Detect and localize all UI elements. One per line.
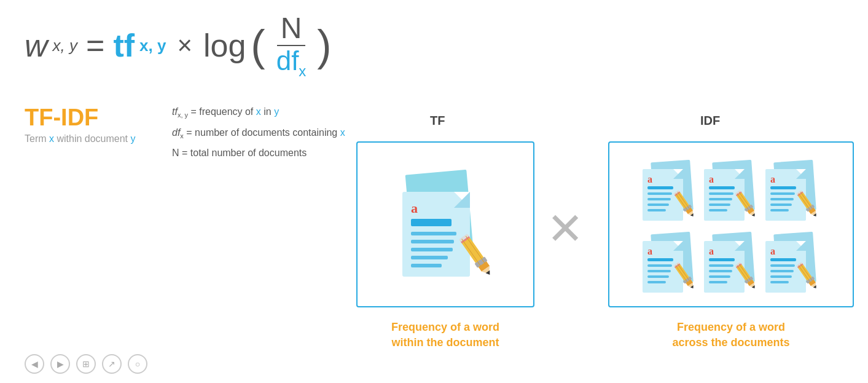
formula-w-sub: x, y <box>53 36 77 55</box>
def-line-1: tfx, y = frequency of x in y <box>172 105 345 120</box>
tfidf-subtitle: Term x within document y <box>25 133 136 144</box>
idf-label: IDF <box>700 114 720 128</box>
definitions-section: tfx, y = frequency of x in y dfx = numbe… <box>172 105 345 165</box>
nav-more-button[interactable]: ○ <box>128 354 147 374</box>
tf-line3 <box>411 248 453 251</box>
formula-paren-close: ) <box>317 26 331 65</box>
def-df-sub: x <box>180 132 184 140</box>
formula-equals: = <box>86 27 104 64</box>
tf-line2 <box>411 240 454 243</box>
idf-doc-3: a <box>765 156 819 221</box>
formula-w: w <box>25 27 48 64</box>
def-x2: x <box>340 127 345 138</box>
tfidf-x: x <box>49 133 54 144</box>
idf-doc-5-pencil <box>735 258 758 293</box>
idf-doc-4-pencil <box>673 258 697 293</box>
tfidf-title: TF-IDF <box>25 105 136 131</box>
nav-next-button[interactable]: ▶ <box>50 354 70 374</box>
idf-caption-line1: Frequency of a word <box>608 320 854 335</box>
idf-doc-6-pencil <box>796 258 819 293</box>
nav-prev-button[interactable]: ◀ <box>25 354 44 374</box>
tfidf-y: y <box>131 133 136 144</box>
tf-line5 <box>411 264 442 267</box>
def-tf-var: tf <box>172 106 178 117</box>
formula-numerator: N <box>277 12 306 46</box>
tf-pencil-icon <box>458 227 495 283</box>
def-df-var: df <box>172 127 180 138</box>
idf-doc-1: a <box>643 156 697 221</box>
def-line-2: dfx = number of documents containing x <box>172 125 345 141</box>
def-eq1: = frequency of <box>190 106 256 117</box>
idf-doc-3-pencil <box>796 186 819 221</box>
tf-caption: Frequency of a word within the document <box>356 320 534 350</box>
idf-caption-line2: across the documents <box>608 335 854 350</box>
def-tf-sub: x, y <box>178 111 188 119</box>
tf-highlight-bar <box>411 219 452 226</box>
tf-document: a <box>396 166 495 283</box>
def-eq2: = number of documents containing <box>186 127 340 138</box>
tf-label: TF <box>430 114 445 128</box>
formula-fraction: N dfx <box>273 12 310 79</box>
def-line-3: N = total number of documents <box>172 146 345 160</box>
idf-doc-2: a <box>704 156 758 221</box>
formula-tf: tf <box>113 27 135 64</box>
idf-box: a <box>608 141 854 307</box>
bottom-nav: ◀ ▶ ⊞ ↗ ○ <box>25 354 147 374</box>
tfidf-label-section: TF-IDF Term x within document y <box>25 105 136 144</box>
idf-caption: Frequency of a word across the documents <box>608 320 854 350</box>
nav-expand-button[interactable]: ↗ <box>102 354 122 374</box>
tf-line1 <box>411 232 456 235</box>
idf-doc-5: a <box>704 228 758 293</box>
formula-tf-sub: x, y <box>139 36 166 55</box>
tf-caption-line2: within the document <box>356 335 534 350</box>
idf-doc-1-pencil <box>673 186 697 221</box>
nav-grid-button[interactable]: ⊞ <box>76 354 96 374</box>
formula-log: log <box>203 27 246 64</box>
idf-grid: a <box>633 146 829 302</box>
formula-section: w x, y = tf x, y × log ( N dfx ) <box>25 12 332 79</box>
multiply-symbol: ✕ <box>547 203 584 255</box>
idf-doc-2-pencil <box>735 186 758 221</box>
tf-line4 <box>411 256 448 259</box>
formula-paren-open: ( <box>251 26 265 65</box>
formula-denominator: dfx <box>273 46 310 79</box>
tf-doc-letter: a <box>411 200 418 216</box>
idf-doc-6: a <box>765 228 819 293</box>
formula-times: × <box>177 31 192 60</box>
def-x1: x <box>256 106 261 117</box>
tfidf-formula: w x, y = tf x, y × log ( N dfx ) <box>25 12 332 79</box>
tf-caption-line1: Frequency of a word <box>356 320 534 335</box>
tf-box: a <box>356 141 534 307</box>
def-y1: y <box>274 106 279 117</box>
idf-doc-4: a <box>643 228 697 293</box>
def-in: in <box>264 106 274 117</box>
